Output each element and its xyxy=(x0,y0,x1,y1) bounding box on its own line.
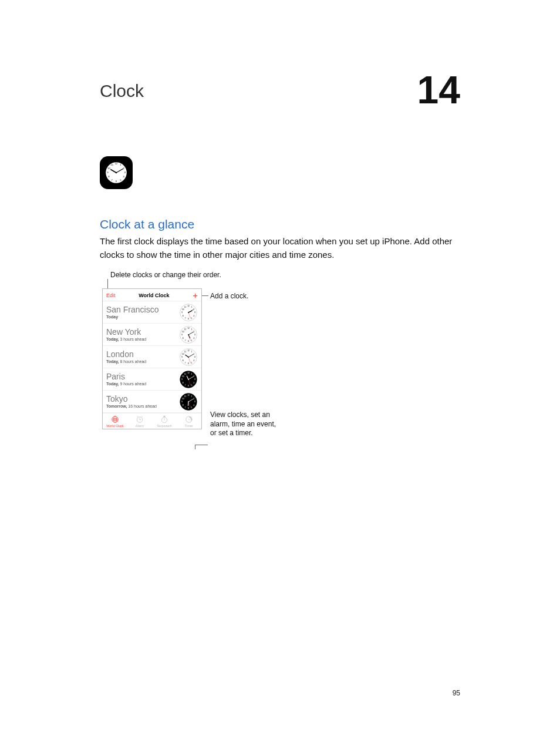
callout-view-clocks: View clocks, set an alarm, time an event… xyxy=(210,411,281,438)
svg-text:3: 3 xyxy=(194,378,195,381)
svg-text:11: 11 xyxy=(184,305,187,308)
city-subtext: Today xyxy=(106,315,158,319)
edit-button[interactable]: Edit xyxy=(106,293,116,298)
add-clock-button[interactable]: + xyxy=(193,291,198,300)
svg-text:12: 12 xyxy=(115,162,118,165)
callout-add-clock: Add a clock. xyxy=(210,292,248,301)
svg-text:7: 7 xyxy=(185,406,186,408)
tab-label: Stopwatch xyxy=(157,424,172,428)
clock-app-icon: 1212 345 678 91011 xyxy=(100,156,133,189)
svg-text:1: 1 xyxy=(191,305,193,308)
svg-point-114 xyxy=(188,419,189,419)
svg-text:9: 9 xyxy=(181,356,183,358)
tab-bar: World ClockAlarmStopwatchTimer xyxy=(103,413,201,429)
svg-text:12: 12 xyxy=(187,372,190,374)
svg-point-15 xyxy=(116,172,117,174)
svg-text:6: 6 xyxy=(188,318,189,320)
svg-text:6: 6 xyxy=(188,362,189,365)
svg-text:3: 3 xyxy=(194,356,195,358)
svg-line-97 xyxy=(188,402,188,405)
svg-text:8: 8 xyxy=(183,314,184,317)
svg-text:10: 10 xyxy=(182,397,184,399)
svg-text:7: 7 xyxy=(185,339,186,341)
chapter-number: 14 xyxy=(417,70,460,109)
tab-world-clock[interactable]: World Clock xyxy=(103,415,127,428)
svg-text:10: 10 xyxy=(182,352,184,355)
city-row[interactable]: San Francisco Today 123456789101112 xyxy=(103,301,201,324)
svg-text:11: 11 xyxy=(184,350,187,352)
svg-text:7: 7 xyxy=(185,361,186,364)
city-name: San Francisco xyxy=(106,305,158,314)
svg-text:9: 9 xyxy=(181,311,183,314)
city-name: London xyxy=(106,350,146,359)
svg-text:4: 4 xyxy=(193,337,194,339)
svg-text:10: 10 xyxy=(182,375,184,377)
svg-text:4: 4 xyxy=(193,314,194,317)
svg-text:9: 9 xyxy=(181,334,183,336)
svg-text:12: 12 xyxy=(187,305,190,307)
svg-point-66 xyxy=(188,357,189,358)
city-subtext: Today, 8 hours ahead xyxy=(106,359,146,364)
city-name: Paris xyxy=(106,372,146,381)
svg-text:8: 8 xyxy=(183,381,184,384)
svg-text:5: 5 xyxy=(191,361,193,364)
svg-text:1: 1 xyxy=(191,328,193,330)
svg-text:12: 12 xyxy=(187,327,190,330)
svg-text:5: 5 xyxy=(191,317,193,319)
svg-text:8: 8 xyxy=(183,404,184,406)
svg-text:8: 8 xyxy=(183,359,184,361)
svg-text:4: 4 xyxy=(193,381,194,384)
city-subtext: Today, 9 hours ahead xyxy=(106,382,146,386)
svg-point-32 xyxy=(188,312,189,313)
svg-text:8: 8 xyxy=(183,337,184,339)
svg-text:2: 2 xyxy=(193,397,194,399)
svg-text:11: 11 xyxy=(110,163,113,166)
svg-text:12: 12 xyxy=(187,394,190,396)
svg-point-83 xyxy=(188,379,189,380)
city-subtext: Tomorrow, 16 hours ahead xyxy=(106,404,157,408)
globe-icon xyxy=(111,415,119,424)
city-row[interactable]: Tokyo Tomorrow, 16 hours ahead 123456789… xyxy=(103,391,201,413)
tab-timer[interactable]: Timer xyxy=(177,415,201,428)
svg-text:5: 5 xyxy=(191,406,193,408)
svg-text:7: 7 xyxy=(185,384,186,386)
svg-text:3: 3 xyxy=(194,334,195,336)
svg-text:2: 2 xyxy=(193,308,194,310)
svg-line-108 xyxy=(141,416,143,417)
city-subtext: Today, 3 hours ahead xyxy=(106,337,146,341)
section-heading: Clock at a glance xyxy=(100,217,460,231)
svg-text:1: 1 xyxy=(191,372,193,375)
tab-stopwatch[interactable]: Stopwatch xyxy=(152,415,177,428)
city-row[interactable]: New York Today, 3 hours ahead 1234567891… xyxy=(103,324,201,346)
page-number: 95 xyxy=(453,689,460,697)
alarm-icon xyxy=(136,415,144,424)
svg-text:6: 6 xyxy=(188,385,189,387)
svg-text:3: 3 xyxy=(194,311,195,314)
svg-text:10: 10 xyxy=(107,167,110,170)
svg-point-100 xyxy=(188,401,189,402)
svg-text:11: 11 xyxy=(184,395,187,397)
svg-text:3: 3 xyxy=(194,401,195,403)
city-row[interactable]: Paris Today, 9 hours ahead 1234567891011… xyxy=(103,368,201,391)
tab-label: World Clock xyxy=(106,424,124,428)
svg-rect-111 xyxy=(164,416,165,416)
city-name: New York xyxy=(106,328,146,337)
tab-label: Alarm xyxy=(136,424,144,428)
svg-text:10: 10 xyxy=(182,308,184,310)
svg-text:1: 1 xyxy=(191,395,193,397)
stopwatch-icon xyxy=(160,415,168,424)
svg-text:7: 7 xyxy=(185,317,186,319)
svg-point-49 xyxy=(188,334,189,335)
tab-alarm[interactable]: Alarm xyxy=(127,415,152,428)
svg-text:11: 11 xyxy=(184,328,187,330)
timer-icon xyxy=(185,415,193,424)
callout-delete-reorder: Delete clocks or change their order. xyxy=(110,271,221,280)
tab-label: Timer xyxy=(185,424,193,428)
city-row[interactable]: London Today, 8 hours ahead 123456789101… xyxy=(103,346,201,368)
svg-text:2: 2 xyxy=(193,375,194,377)
svg-text:10: 10 xyxy=(182,330,184,332)
svg-text:12: 12 xyxy=(187,349,190,352)
svg-text:11: 11 xyxy=(184,372,187,375)
svg-text:4: 4 xyxy=(193,359,194,361)
svg-text:6: 6 xyxy=(188,407,189,409)
